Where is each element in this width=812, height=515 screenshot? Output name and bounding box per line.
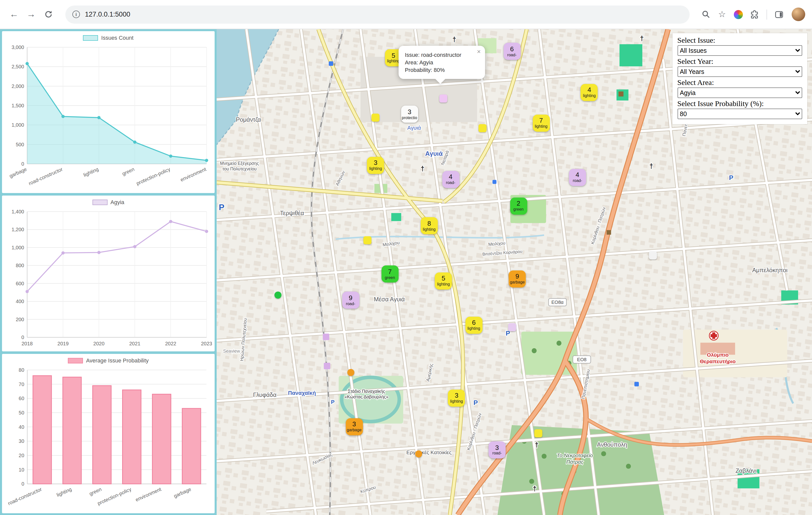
svg-text:200: 200 — [16, 317, 24, 322]
reload-icon — [44, 10, 53, 19]
svg-text:800: 800 — [16, 263, 24, 268]
map-mini-marker[interactable] — [534, 429, 542, 437]
marker-label: green — [514, 208, 524, 212]
issues-count-legend[interactable]: Issues Count — [4, 33, 213, 42]
marker-label: lighting — [583, 94, 596, 98]
map-marker-garbage[interactable]: 9garbage — [509, 270, 526, 288]
svg-text:70: 70 — [19, 381, 24, 387]
svg-text:protection-policy: protection-policy — [96, 486, 132, 506]
control-row-issue: Select Issue:All Issues — [677, 36, 802, 56]
map-marker-road-constructor[interactable]: 4road- — [569, 169, 586, 186]
svg-text:2020: 2020 — [93, 341, 105, 346]
map-marker-road-constructor[interactable]: 9road- — [342, 292, 359, 309]
map-marker-green[interactable]: 2green — [510, 198, 527, 214]
popup-probability: Probability: 80% — [405, 67, 479, 73]
svg-text:0: 0 — [21, 335, 24, 340]
side-panel-icon[interactable] — [772, 8, 785, 21]
map-mini-marker[interactable] — [363, 236, 371, 245]
area-select[interactable]: Agyia — [677, 87, 802, 98]
map-mini-marker[interactable] — [649, 252, 657, 260]
forward-button[interactable]: → — [24, 7, 38, 21]
svg-text:2022: 2022 — [165, 341, 176, 346]
map-marker-garbage[interactable]: 3garbage — [346, 418, 362, 435]
marker-count: 3 — [408, 108, 411, 116]
issues-count-chart-card: Issues Count 05001,0001,5002,0002,5003,0… — [2, 31, 214, 193]
marker-count: 4 — [576, 172, 579, 179]
svg-text:garbage: garbage — [8, 166, 28, 179]
legend-swatch — [92, 199, 107, 205]
map-marker-protection-policy[interactable]: 3protection- — [401, 106, 418, 123]
zoom-icon[interactable] — [699, 8, 713, 21]
marker-count: 9 — [349, 294, 352, 302]
svg-text:50: 50 — [19, 410, 24, 416]
marker-count: 4 — [449, 173, 453, 181]
marker-count: 4 — [587, 86, 591, 94]
avg-probability-chart: 01020304050607080road-constructorlightin… — [4, 365, 213, 512]
popup-close-icon[interactable]: × — [477, 48, 481, 55]
popup-issue: Issue: road-constructor — [405, 52, 479, 58]
reload-button[interactable] — [41, 7, 55, 21]
map-marker-road-constructor[interactable]: 4road- — [442, 171, 459, 188]
svg-text:lighting: lighting — [56, 486, 72, 498]
marker-count: 7 — [388, 268, 392, 276]
map-marker-road-constructor[interactable]: 3road- — [489, 441, 506, 458]
map-marker-lighting[interactable]: 8lighting — [421, 218, 438, 234]
site-info-icon[interactable]: i — [72, 10, 80, 18]
svg-text:protection-policy: protection-policy — [136, 166, 171, 186]
map-marker-lighting[interactable]: 3lighting — [448, 389, 465, 406]
map-mini-marker[interactable] — [415, 450, 422, 457]
magnifier-icon — [702, 10, 710, 19]
map-mini-marker[interactable] — [347, 369, 354, 376]
map-marker-road-constructor[interactable]: 6road- — [503, 43, 520, 60]
agyia-legend[interactable]: Agyia — [4, 198, 213, 207]
map-area: ΕΟ8αΕΟ8 ΑγυιάΑγυιάΡομάντζαΤερψιθέαΜέσα Α… — [216, 29, 812, 515]
bookmark-star-icon[interactable]: ☆ — [716, 8, 729, 21]
agyia-trend-chart: 02004006008001,0001,2001,400201820192020… — [4, 207, 213, 350]
map-mini-marker[interactable] — [372, 114, 380, 122]
map-marker-lighting[interactable]: 7lighting — [532, 114, 550, 132]
map-mini-marker[interactable] — [508, 323, 516, 332]
extension-colorful-icon[interactable] — [732, 8, 745, 21]
svg-text:2,000: 2,000 — [11, 83, 24, 89]
map-mini-marker[interactable] — [439, 94, 447, 103]
svg-text:environment: environment — [135, 486, 162, 503]
map-mini-marker[interactable] — [274, 291, 282, 298]
svg-text:garbage: garbage — [173, 486, 192, 499]
extensions-puzzle-icon[interactable] — [748, 8, 761, 21]
marker-label: lighting — [437, 283, 450, 287]
marker-count: 3 — [495, 444, 499, 452]
svg-text:road-constructor: road-constructor — [28, 166, 63, 186]
toolbar-divider — [766, 9, 767, 19]
svg-text:40: 40 — [19, 424, 24, 430]
map-mini-marker[interactable] — [479, 124, 487, 132]
url-bar[interactable]: i 127.0.0.1:5000 — [65, 5, 689, 23]
map-marker-lighting[interactable]: 5lighting — [435, 272, 452, 289]
marker-label: lighting — [467, 327, 480, 331]
probability-select[interactable]: 80 — [677, 109, 802, 119]
svg-text:60: 60 — [19, 396, 24, 401]
marker-count: 8 — [427, 220, 431, 228]
avg-probability-legend[interactable]: Average Issue Probability — [4, 356, 213, 365]
issue-select[interactable]: All Issues — [677, 45, 802, 56]
year-select[interactable]: All Years — [677, 66, 802, 77]
map-marker-lighting[interactable]: 4lighting — [581, 84, 598, 101]
svg-text:80: 80 — [19, 367, 24, 373]
marker-label: lighting — [387, 60, 400, 64]
back-button[interactable]: ← — [7, 7, 21, 21]
map-marker-lighting[interactable]: 3lighting — [367, 156, 384, 174]
dashboard-app: Issues Count 05001,0001,5002,0002,5003,0… — [0, 29, 812, 515]
svg-text:environment: environment — [179, 166, 207, 182]
marker-label: lighting — [450, 400, 463, 404]
marker-label: lighting — [369, 167, 382, 171]
svg-text:500: 500 — [16, 142, 24, 147]
map-marker-green[interactable]: 7green — [381, 265, 398, 283]
marker-label: protection- — [402, 116, 417, 120]
svg-text:600: 600 — [16, 281, 24, 286]
svg-text:1,200: 1,200 — [11, 227, 24, 232]
control-label-area: Select Area: — [677, 79, 802, 87]
control-row-year: Select Year:All Years — [677, 57, 802, 77]
map-marker-lighting[interactable]: 6lighting — [465, 316, 482, 334]
profile-avatar[interactable] — [791, 7, 805, 21]
marker-count: 6 — [510, 46, 514, 53]
svg-text:road-constructor: road-constructor — [7, 486, 43, 506]
